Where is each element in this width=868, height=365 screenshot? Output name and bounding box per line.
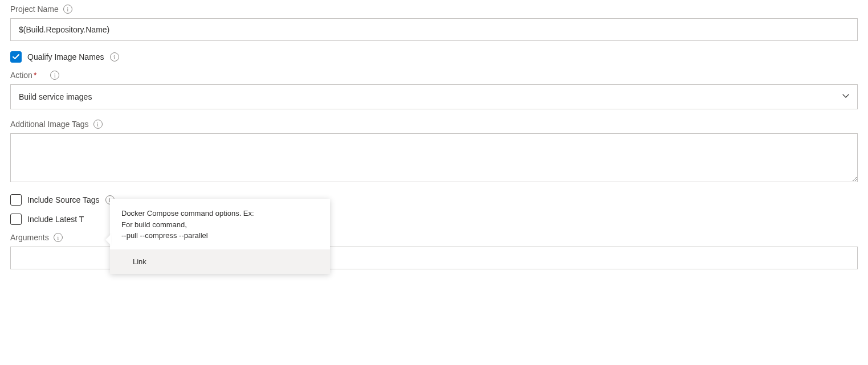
additional-image-tags-field: Additional Image Tags i [10, 120, 858, 184]
info-icon[interactable]: i [110, 52, 119, 61]
tooltip-body: Docker Compose command options. Ex: For … [110, 199, 330, 249]
info-icon[interactable]: i [54, 233, 63, 242]
arguments-field: Arguments i Docker Compose command optio… [10, 233, 858, 269]
action-label: Action* [10, 71, 36, 80]
info-icon[interactable]: i [63, 5, 72, 14]
tooltip-caret [105, 234, 111, 245]
include-latest-tag-label: Include Latest T [27, 215, 84, 224]
qualify-image-names-row: Qualify Image Names i [10, 51, 858, 63]
tooltip-line-2: For build command, [121, 219, 319, 231]
include-source-tags-checkbox[interactable] [10, 194, 22, 206]
arguments-label: Arguments [10, 233, 49, 242]
project-name-field: Project Name i [10, 5, 858, 41]
project-name-label: Project Name [10, 5, 59, 14]
include-latest-tag-checkbox[interactable] [10, 214, 22, 225]
tooltip-line-1: Docker Compose command options. Ex: [121, 208, 319, 219]
additional-image-tags-input[interactable] [10, 133, 858, 182]
action-label-text: Action [10, 71, 32, 80]
tooltip-link[interactable]: Link [110, 249, 330, 274]
required-asterisk: * [34, 71, 36, 80]
additional-image-tags-label-row: Additional Image Tags i [10, 120, 858, 129]
info-icon[interactable]: i [93, 120, 103, 129]
action-select[interactable] [10, 84, 858, 109]
project-name-label-row: Project Name i [10, 5, 858, 14]
qualify-image-names-label: Qualify Image Names [27, 52, 104, 61]
project-name-input[interactable] [10, 18, 858, 41]
arguments-tooltip: Docker Compose command options. Ex: For … [110, 199, 330, 274]
action-select-wrap [10, 84, 858, 109]
tooltip-line-3: --pull --compress --parallel [121, 230, 319, 241]
action-label-row: Action* i [10, 71, 858, 80]
qualify-image-names-checkbox[interactable] [10, 51, 22, 63]
info-icon[interactable]: i [50, 71, 59, 80]
additional-image-tags-label: Additional Image Tags [10, 120, 89, 129]
include-source-tags-label: Include Source Tags [27, 195, 100, 204]
action-field: Action* i [10, 71, 858, 109]
